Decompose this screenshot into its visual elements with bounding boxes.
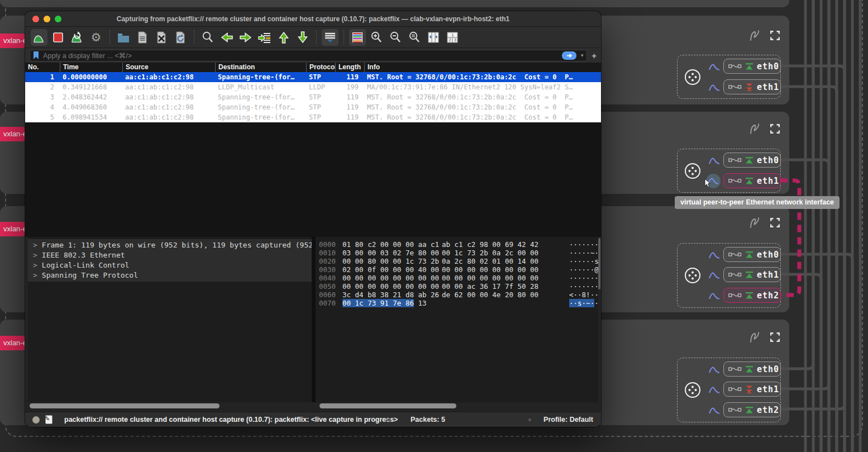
traffic-wave-icon[interactable] — [708, 384, 721, 394]
node-badge[interactable]: vxlan-e — [0, 127, 25, 141]
packet-row[interactable]: 3 2.048362442 aa:c1:ab:c1:c2:98 Spanning… — [25, 92, 601, 102]
capture-scribble-icon[interactable] — [749, 122, 764, 136]
expander-icon[interactable]: > — [28, 241, 42, 249]
expander-icon[interactable]: > — [28, 271, 42, 279]
start-capture-button[interactable] — [31, 29, 47, 46]
hex-row[interactable]: 001003 00 00 03 02 7e 80 0000 1c 73 2b 0… — [316, 249, 598, 257]
find-packet-button[interactable] — [199, 29, 216, 46]
zoom-button[interactable] — [55, 16, 61, 22]
column-info[interactable]: Info — [364, 63, 601, 72]
expand-icon[interactable] — [770, 124, 780, 134]
detail-row[interactable]: >Frame 1: 119 bytes on wire (952 bits), … — [28, 240, 312, 250]
bookmark-icon[interactable] — [32, 51, 40, 60]
details-horizontal-scrollbar[interactable] — [30, 403, 220, 408]
interface-button-eth0[interactable]: eth0 — [723, 361, 781, 377]
goto-packet-button[interactable] — [256, 29, 273, 46]
hex-row[interactable]: 000001 80 c2 00 00 00 aa c1ab c1 c2 98 0… — [316, 240, 598, 249]
traffic-wave-icon[interactable] — [708, 250, 721, 260]
close-button[interactable] — [32, 16, 39, 22]
column-protocol[interactable]: Protocol — [306, 63, 335, 72]
vertical-scrollbar[interactable] — [598, 238, 600, 289]
container-ports-icon — [684, 69, 701, 85]
pane-splitter[interactable] — [312, 237, 316, 402]
column-time[interactable]: Time — [60, 63, 122, 72]
zoom-in-button[interactable] — [368, 29, 385, 46]
packet-row-selected[interactable]: 1 0.000000000 aa:c1:ab:c1:c2:98 Spanning… — [25, 72, 601, 82]
expander-icon[interactable]: > — [28, 261, 42, 269]
interface-button-eth1[interactable]: eth1 — [723, 382, 781, 397]
interface-label: eth0 — [757, 364, 779, 374]
close-file-button[interactable] — [153, 29, 170, 46]
traffic-wave-icon[interactable] — [708, 291, 721, 301]
stop-capture-button[interactable] — [50, 29, 66, 46]
hex-row[interactable]: 005000 00 00 00 00 00 00 0000 00 ac 36 1… — [316, 282, 598, 291]
packet-row[interactable]: 5 6.098941534 aa:c1:ab:c1:c2:98 Spanning… — [25, 112, 601, 122]
display-filter-input[interactable]: Apply a display filter ... <⌘/> ➔ ▼ — [30, 50, 587, 61]
last-packet-button[interactable] — [294, 29, 311, 46]
zoom-out-button[interactable] — [387, 29, 404, 46]
packet-row[interactable]: 2 0.349121668 aa:c1:ab:c1:c2:98 LLDP_Mul… — [25, 82, 601, 92]
node-badge[interactable]: vxlan-e — [0, 336, 25, 350]
hex-row[interactable]: 004000 00 00 00 00 00 00 0000 00 00 00 0… — [316, 274, 598, 282]
hex-row[interactable]: 00603c d4 b8 38 21 d8 ab 26de 62 00 00 4… — [316, 291, 598, 299]
column-source[interactable]: Source — [122, 63, 215, 72]
traffic-wave-icon[interactable] — [708, 405, 721, 415]
interface-button-eth0[interactable]: eth0 — [723, 153, 781, 168]
resize-columns-button[interactable] — [425, 29, 442, 46]
svg-text:2: 2 — [449, 38, 451, 42]
traffic-wave-icon[interactable] — [708, 270, 721, 280]
interface-button-eth0[interactable]: eth0 — [723, 247, 781, 262]
hex-row-selected[interactable]: 0070 00 1c 73 91 7e 86 13 ··s·~·· — [316, 299, 598, 307]
zoom-reset-button[interactable] — [406, 29, 423, 46]
node-badge[interactable]: vxlan-e — [0, 222, 25, 236]
traffic-wave-icon[interactable] — [708, 155, 721, 165]
traffic-wave-icon[interactable] — [708, 82, 721, 92]
expand-icon[interactable] — [770, 218, 780, 227]
traffic-wave-icon[interactable] — [708, 364, 721, 374]
interface-button-eth0[interactable]: eth0 — [723, 59, 781, 74]
minimize-button[interactable] — [44, 16, 50, 22]
open-file-button[interactable] — [115, 29, 132, 46]
capture-scribble-icon[interactable] — [749, 331, 764, 344]
capture-options-button[interactable]: ⚙ — [88, 29, 104, 46]
colorize-button[interactable] — [349, 29, 366, 46]
next-packet-button[interactable] — [237, 29, 254, 46]
save-file-button[interactable] — [134, 29, 151, 46]
hex-horizontal-scrollbar[interactable] — [319, 403, 456, 408]
add-filter-button[interactable]: + — [592, 51, 597, 60]
hex-row[interactable]: 002000 00 80 00 00 1c 73 2b0a 2c 80 02 0… — [316, 257, 598, 265]
node-badge[interactable]: vxlan-e — [0, 34, 25, 48]
capture-comment-icon[interactable]: ✎ — [45, 415, 53, 424]
profile-selector[interactable]: Profile: Default — [543, 412, 593, 427]
detail-row[interactable]: >Logical-Link Control — [28, 260, 312, 270]
interface-button-eth1-highlighted[interactable]: eth1 — [723, 173, 781, 188]
expert-info-icon[interactable] — [32, 416, 40, 424]
detail-row[interactable]: >IEEE 802.3 Ethernet — [28, 250, 312, 260]
interface-button-eth1[interactable]: eth1 — [723, 267, 781, 282]
column-no[interactable]: No. — [25, 63, 60, 72]
layout-button[interactable]: 123 — [444, 29, 461, 46]
previous-packet-button[interactable] — [218, 29, 235, 46]
traffic-wave-icon[interactable] — [708, 61, 721, 72]
interface-button-eth1[interactable]: eth1 — [723, 79, 781, 94]
svg-text:1: 1 — [452, 33, 454, 37]
packet-row[interactable]: 4 4.049068360 aa:c1:ab:c1:c2:98 Spanning… — [25, 102, 601, 112]
expander-icon[interactable]: > — [28, 251, 42, 259]
interface-button-eth2-highlighted[interactable]: eth2 — [723, 288, 781, 303]
first-packet-button[interactable] — [275, 29, 292, 46]
apply-filter-button[interactable]: ➔ — [562, 51, 576, 60]
interface-button-eth2[interactable]: eth2 — [723, 402, 781, 417]
auto-scroll-button[interactable] — [322, 29, 338, 46]
column-destination[interactable]: Destination — [215, 63, 306, 72]
reload-file-button[interactable] — [172, 29, 189, 46]
restart-capture-button[interactable] — [69, 29, 85, 46]
expand-icon[interactable] — [770, 31, 780, 40]
capture-scribble-icon[interactable] — [749, 29, 764, 42]
container-ports-icon — [684, 163, 701, 179]
column-length[interactable]: Length — [335, 63, 364, 72]
hex-row[interactable]: 003002 00 0f 00 00 00 40 0000 00 00 00 0… — [316, 265, 598, 274]
detail-row[interactable]: >Spanning Tree Protocol — [28, 270, 312, 280]
capture-scribble-icon[interactable] — [749, 216, 764, 230]
expand-icon[interactable] — [770, 332, 780, 342]
filter-dropdown-caret[interactable]: ▼ — [580, 53, 584, 58]
